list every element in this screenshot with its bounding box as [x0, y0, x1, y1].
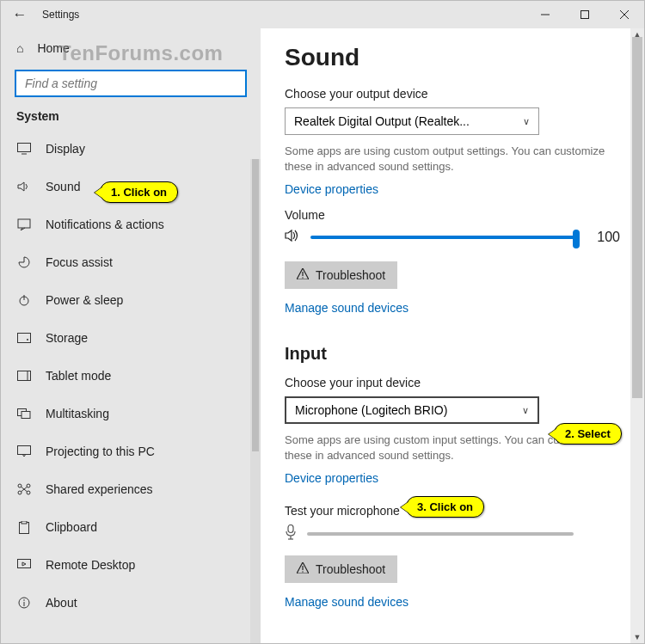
manage-output-devices-link[interactable]: Manage sound devices	[285, 301, 408, 315]
nav-clipboard[interactable]: Clipboard	[1, 508, 261, 546]
svg-rect-14	[22, 412, 30, 419]
nav-label: Shared experiences	[46, 482, 153, 496]
volume-label: Volume	[285, 208, 620, 222]
volume-slider[interactable]	[310, 236, 576, 239]
input-heading: Input	[285, 344, 620, 364]
mic-test-row	[285, 524, 620, 543]
output-device-select[interactable]: Realtek Digital Output (Realtek... ∨	[285, 107, 539, 135]
output-device-value: Realtek Digital Output (Realtek...	[294, 114, 470, 128]
window-title: Settings	[39, 9, 79, 21]
content-scrollbar[interactable]: ▲ ▼	[630, 28, 644, 643]
input-device-select[interactable]: Microphone (Logitech BRIO) ∨	[285, 396, 539, 424]
nav-label: Tablet mode	[46, 369, 111, 383]
nav-label: About	[46, 596, 77, 610]
troubleshoot-label: Troubleshoot	[316, 562, 385, 576]
home-link[interactable]: ⌂ Home	[1, 32, 261, 64]
sidebar: ⌂ Home System Display Sound	[1, 28, 261, 643]
output-device-label: Choose your output device	[285, 87, 620, 101]
nav-label: Sound	[46, 180, 80, 193]
slider-thumb[interactable]	[573, 230, 580, 248]
svg-point-29	[302, 277, 303, 278]
nav-display[interactable]: Display	[1, 130, 261, 168]
svg-point-19	[27, 484, 30, 488]
nav-projecting[interactable]: Projecting to this PC	[1, 432, 261, 470]
callout-1: 1. Click on	[100, 181, 178, 203]
nav-label: Multitasking	[46, 407, 109, 420]
nav-group-system: System	[1, 106, 261, 130]
close-button[interactable]	[605, 1, 644, 28]
microphone-icon	[285, 524, 297, 543]
svg-point-34	[302, 571, 303, 572]
content-scroll-thumb[interactable]	[632, 37, 642, 398]
svg-point-10	[27, 339, 28, 340]
tablet-icon	[16, 371, 32, 381]
settings-window: ← Settings ⌂ Home System	[0, 0, 645, 644]
volume-value: 100	[587, 230, 620, 245]
input-device-properties-link[interactable]: Device properties	[285, 471, 378, 485]
window-buttons	[525, 1, 644, 28]
sidebar-scrollbar[interactable]	[250, 159, 261, 643]
nav-label: Focus assist	[46, 255, 113, 269]
troubleshoot-label: Troubleshoot	[316, 268, 385, 282]
nav-shared-exp[interactable]: Shared experiences	[1, 470, 261, 508]
mic-level-bar	[307, 532, 574, 536]
svg-point-18	[18, 484, 22, 488]
nav-about[interactable]: About	[1, 584, 261, 622]
notifications-icon	[16, 218, 32, 230]
search-input[interactable]	[15, 70, 247, 97]
chevron-down-icon: ∨	[522, 405, 529, 416]
power-icon	[16, 294, 32, 306]
nav-remote-desktop[interactable]: Remote Desktop	[1, 546, 261, 584]
home-label: Home	[37, 41, 69, 55]
nav-label: Power & sleep	[46, 293, 123, 307]
shared-icon	[16, 483, 32, 495]
nav-focus-assist[interactable]: Focus assist	[1, 243, 261, 281]
svg-rect-11	[18, 371, 31, 381]
speaker-icon	[285, 229, 300, 246]
svg-rect-23	[22, 521, 27, 524]
maximize-button[interactable]	[565, 1, 605, 28]
scroll-down-icon[interactable]: ▼	[630, 633, 644, 641]
warning-icon	[297, 562, 309, 576]
svg-point-20	[18, 491, 22, 494]
nav-label: Projecting to this PC	[46, 445, 155, 458]
search-wrap	[1, 64, 261, 106]
svg-rect-30	[288, 525, 293, 533]
home-icon: ⌂	[16, 41, 23, 55]
nav-tablet-mode[interactable]: Tablet mode	[1, 357, 261, 395]
page-title: Sound	[285, 44, 620, 71]
sound-icon	[16, 181, 32, 193]
multitasking-icon	[16, 408, 32, 419]
clipboard-icon	[16, 521, 32, 534]
callout-2: 2. Select	[554, 423, 622, 445]
manage-input-devices-link[interactable]: Manage sound devices	[285, 595, 408, 609]
back-button[interactable]: ←	[1, 6, 39, 23]
window-body: ⌂ Home System Display Sound	[1, 28, 644, 643]
nav-label: Clipboard	[46, 520, 97, 534]
projecting-icon	[16, 445, 32, 457]
storage-icon	[16, 333, 32, 343]
nav-storage[interactable]: Storage	[1, 319, 261, 357]
titlebar: ← Settings	[1, 1, 644, 28]
sidebar-scroll-thumb[interactable]	[252, 159, 259, 451]
output-troubleshoot-button[interactable]: Troubleshoot	[285, 261, 397, 289]
output-device-properties-link[interactable]: Device properties	[285, 182, 378, 196]
nav-label: Storage	[46, 331, 88, 345]
chevron-down-icon: ∨	[523, 116, 530, 127]
input-device-label: Choose your input device	[285, 376, 620, 389]
output-desc: Some apps are using custom output settin…	[285, 144, 620, 174]
nav-power-sleep[interactable]: Power & sleep	[1, 281, 261, 319]
nav-notifications[interactable]: Notifications & actions	[1, 205, 261, 243]
warning-icon	[297, 268, 309, 282]
minimize-button[interactable]	[525, 1, 565, 28]
svg-rect-9	[18, 334, 31, 343]
nav-label: Notifications & actions	[46, 218, 164, 231]
input-troubleshoot-button[interactable]: Troubleshoot	[285, 555, 397, 583]
about-icon	[16, 597, 32, 609]
content-pane: Sound Choose your output device Realtek …	[261, 28, 644, 643]
display-icon	[16, 143, 32, 155]
remote-icon	[16, 559, 32, 571]
input-device-value: Microphone (Logitech BRIO)	[295, 403, 447, 417]
nav-label: Remote Desktop	[46, 558, 135, 572]
nav-multitasking[interactable]: Multitasking	[1, 395, 261, 432]
